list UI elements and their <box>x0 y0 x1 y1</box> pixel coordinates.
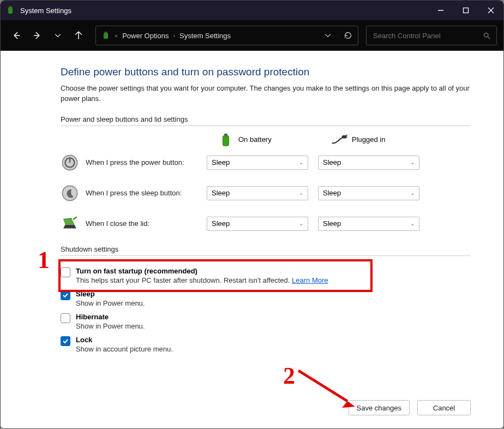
search-box[interactable] <box>366 26 497 45</box>
svg-rect-3 <box>464 8 469 13</box>
svg-rect-15 <box>224 133 227 136</box>
save-changes-button[interactable]: Save changes <box>349 400 410 415</box>
window: System Settings « <box>0 0 504 429</box>
svg-line-12 <box>488 37 490 39</box>
forward-button[interactable] <box>28 26 46 45</box>
lid-label: When I close the lid: <box>86 219 207 228</box>
lid-row: When I close the lid: Sleep ⌄ Sleep ⌄ <box>61 214 471 233</box>
hibernate-sub: Show in Power menu. <box>76 322 145 330</box>
col-header-plugged-label: Plugged in <box>352 135 385 144</box>
up-button[interactable] <box>69 26 88 45</box>
battery-icon <box>101 31 110 40</box>
shutdown-settings-list: Turn on fast startup (recommended) This … <box>61 261 471 356</box>
col-header-battery-label: On battery <box>238 135 272 144</box>
col-header-battery: On battery <box>218 132 321 148</box>
fast-startup-sub: This helps start your PC faster after sh… <box>76 276 328 284</box>
learn-more-link[interactable]: Learn More <box>292 276 328 284</box>
dropdown-value: Sleep <box>212 158 230 166</box>
cancel-button[interactable]: Cancel <box>417 400 471 415</box>
address-bar[interactable]: « Power Options › System Settings <box>95 26 358 45</box>
lock-sub: Show in account picture menu. <box>76 345 173 353</box>
sleep-button-label: When I press the sleep button: <box>86 189 207 197</box>
annotation-number-2: 2 <box>283 362 295 390</box>
chevron-down-icon: ⌄ <box>410 221 415 227</box>
close-button[interactable] <box>478 1 503 20</box>
svg-rect-1 <box>9 6 11 8</box>
svg-rect-9 <box>104 33 108 39</box>
back-button[interactable] <box>7 26 26 45</box>
plug-icon <box>331 134 347 145</box>
chevron-down-icon[interactable] <box>324 32 332 39</box>
power-button-row: When I press the power button: Sleep ⌄ S… <box>61 153 471 172</box>
chevron-right-icon: › <box>173 32 175 39</box>
sleep-checkbox[interactable] <box>61 290 70 300</box>
fast-startup-item: Turn on fast startup (recommended) This … <box>61 265 471 288</box>
refresh-icon[interactable] <box>344 31 352 40</box>
shutdown-section-title: Shutdown settings <box>61 245 471 256</box>
svg-line-18 <box>346 136 347 137</box>
maximize-button[interactable] <box>453 1 478 20</box>
search-icon <box>483 32 491 40</box>
battery-large-icon <box>218 132 234 148</box>
svg-rect-10 <box>105 32 107 33</box>
dropdown-value: Sleep <box>212 219 230 228</box>
dropdown-value: Sleep <box>212 189 230 197</box>
breadcrumb-prefix-icon: « <box>115 32 118 39</box>
lock-checkbox[interactable] <box>61 336 70 346</box>
titlebar: System Settings <box>1 1 503 20</box>
sleep-title: Sleep <box>76 290 145 298</box>
breadcrumb-parent[interactable]: Power Options <box>122 32 169 40</box>
lock-item: Lock Show in account picture menu. <box>61 333 471 356</box>
sleep-button-row: When I press the sleep button: Sleep ⌄ S… <box>61 184 471 202</box>
power-button-plugged-dropdown[interactable]: Sleep ⌄ <box>318 156 419 170</box>
breadcrumb-current[interactable]: System Settings <box>179 32 231 40</box>
footer-buttons: Save changes Cancel <box>349 400 471 415</box>
minimize-button[interactable] <box>428 1 453 20</box>
dropdown-value: Sleep <box>323 189 341 197</box>
dropdown-value: Sleep <box>323 219 341 228</box>
svg-line-17 <box>346 135 347 136</box>
recent-dropdown-button[interactable] <box>49 26 67 45</box>
sleep-button-battery-dropdown[interactable]: Sleep ⌄ <box>207 186 308 200</box>
power-button-battery-dropdown[interactable]: Sleep ⌄ <box>207 156 308 170</box>
fast-startup-title: Turn on fast startup (recommended) <box>76 267 328 275</box>
power-button-icon <box>61 153 79 172</box>
chevron-down-icon: ⌄ <box>299 159 303 165</box>
lock-title: Lock <box>76 336 173 344</box>
page-heading: Define power buttons and turn on passwor… <box>61 66 471 78</box>
app-icon <box>6 6 15 15</box>
svg-rect-13 <box>223 135 229 146</box>
col-header-plugged: Plugged in <box>331 132 435 148</box>
dropdown-value: Sleep <box>323 158 341 166</box>
hibernate-title: Hibernate <box>76 313 145 321</box>
content-area: Define power buttons and turn on passwor… <box>1 51 503 428</box>
sleep-item: Sleep Show in Power menu. <box>61 288 471 311</box>
sleep-button-plugged-dropdown[interactable]: Sleep ⌄ <box>318 186 419 200</box>
fast-startup-checkbox[interactable] <box>61 267 70 277</box>
window-title: System Settings <box>20 7 71 15</box>
svg-point-11 <box>484 33 489 37</box>
search-input[interactable] <box>372 31 483 40</box>
hibernate-checkbox[interactable] <box>61 313 70 323</box>
chevron-down-icon: ⌄ <box>410 190 415 196</box>
hibernate-item: Hibernate Show in Power menu. <box>61 311 471 333</box>
chevron-down-icon: ⌄ <box>299 221 303 227</box>
chevron-down-icon: ⌄ <box>299 190 303 196</box>
power-button-label: When I press the power button: <box>86 158 207 166</box>
lid-battery-dropdown[interactable]: Sleep ⌄ <box>207 217 308 231</box>
annotation-number-1: 1 <box>38 246 50 274</box>
power-section-title: Power and sleep buttons and lid settings <box>61 115 471 126</box>
page-description: Choose the power settings that you want … <box>61 84 471 104</box>
sleep-sub: Show in Power menu. <box>76 299 145 307</box>
laptop-lid-icon <box>61 214 79 233</box>
svg-rect-0 <box>8 7 13 14</box>
lid-plugged-dropdown[interactable]: Sleep ⌄ <box>318 217 419 231</box>
sleep-button-icon <box>61 184 79 202</box>
toolbar: « Power Options › System Settings <box>1 20 503 51</box>
column-headers: On battery Plugged in <box>61 132 471 148</box>
chevron-down-icon: ⌄ <box>410 159 415 165</box>
svg-line-23 <box>298 371 347 401</box>
